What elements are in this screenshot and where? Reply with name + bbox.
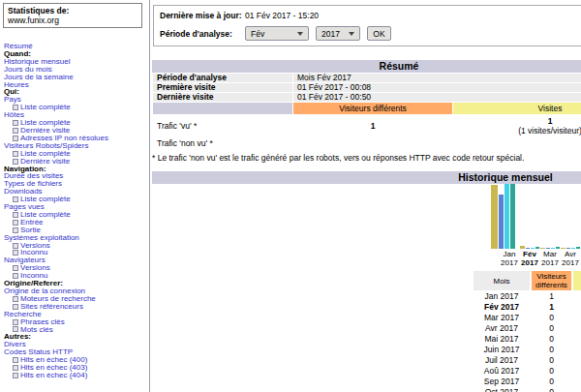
menu-item-label: Liste complète — [20, 104, 71, 111]
month-cell: Mai 2017 — [474, 334, 530, 344]
month-column-header: Mois — [474, 271, 530, 290]
bullet-square-icon — [13, 357, 18, 363]
bullet-square-icon — [13, 373, 18, 378]
monthly-table: Mois Visiteurs différents Visites Jan 20… — [472, 270, 581, 392]
visitors-cell: 0 — [532, 355, 571, 365]
menu-item[interactable]: Liste complète — [4, 104, 149, 111]
bullet-square-icon — [13, 319, 18, 325]
table-row: Jan 201711 — [474, 291, 581, 301]
visits-cell: 0 — [573, 387, 581, 392]
topbar: Dernière mise à jour: 01 Fév 2017 - 15:2… — [153, 5, 581, 46]
traffic-seen-row: Trafic 'vu' * 1 1 (1 visites/visiteur) — [153, 115, 581, 136]
visits-cell: 0 — [573, 334, 581, 344]
monthly-history-title: Historique mensuel — [152, 171, 581, 184]
table-row: Mai 201700 — [474, 334, 581, 344]
bar — [571, 248, 575, 249]
menu-item-label: Hits en échec (404) — [20, 372, 87, 379]
table-row: Fév 201711 — [474, 302, 581, 312]
bar — [499, 195, 504, 249]
visitors-cell: 0 — [532, 313, 571, 322]
visits-cell: 0 — [573, 366, 581, 376]
visitors-cell: 0 — [532, 387, 571, 392]
visits-cell: 0 — [573, 323, 581, 333]
bullet-square-icon — [13, 304, 18, 310]
last-visit-value: 01 Fév 2017 - 00:50 — [293, 93, 581, 102]
month-cell: Avr 2017 — [474, 323, 530, 333]
summary-header-row: Visiteurs différents Visites — [153, 103, 581, 114]
menu-item[interactable]: Heures — [4, 81, 149, 89]
main-content: Dernière mise à jour: 01 Fév 2017 - 15:2… — [152, 0, 581, 392]
chevron-down-icon — [349, 32, 354, 36]
bullet-square-icon — [13, 296, 18, 302]
visitors-cell: 1 — [532, 291, 571, 301]
site-box: Statistiques de: www.funix.org — [3, 3, 142, 28]
table-row: Juil 201700 — [474, 355, 581, 365]
monthly-history-section: Historique mensuel Jan2017Fév2017Mar2017… — [152, 171, 581, 184]
monthly-header-row: Mois Visiteurs différents Visites — [474, 271, 581, 290]
sidebar-title: Statistiques de: — [8, 6, 138, 15]
year-select[interactable]: 2017 — [316, 26, 360, 41]
first-visit-label: Première visite — [153, 83, 292, 92]
bullet-square-icon — [13, 243, 18, 249]
period-label: Période d'analyse: — [160, 28, 245, 40]
bullet-square-icon — [13, 227, 18, 233]
bullet-square-icon — [13, 120, 18, 126]
last-visit-label: Dernière visite — [153, 93, 292, 102]
chevron-down-icon — [297, 32, 303, 36]
bar-group — [561, 247, 580, 249]
bar — [540, 248, 545, 249]
month-cell: Sep 2017 — [474, 377, 530, 386]
month-cell: Jan 2017 — [474, 291, 530, 301]
summary-table: Période d'analyse Mois Fév 2017 Première… — [152, 73, 581, 150]
bar — [566, 248, 570, 249]
bullet-square-icon — [13, 136, 18, 141]
visits-column-header: Visites — [573, 271, 581, 290]
traffic-seen-label: Trafic 'vu' * — [153, 115, 292, 136]
bar — [535, 247, 539, 249]
bullet-square-icon — [13, 128, 18, 134]
traffic-unseen-visits — [453, 137, 581, 149]
table-row: Oct 201700 — [474, 387, 581, 392]
empty-header-cell — [153, 103, 292, 114]
visitors-cell: 0 — [532, 345, 571, 354]
traffic-unseen-row: Trafic 'non vu' * — [153, 137, 581, 149]
month-cell: Aoû 2017 — [474, 366, 530, 376]
month-cell: Mar 2017 — [474, 313, 530, 322]
visits-cell: 0 — [573, 313, 581, 322]
traffic-seen-visits: 1 (1 visites/visiteur) — [453, 115, 581, 136]
visitors-cell: 0 — [532, 366, 571, 376]
visitors-cell: 1 — [532, 302, 571, 312]
month-select[interactable]: Fév — [245, 26, 309, 41]
bar — [551, 248, 555, 249]
bar — [556, 247, 560, 249]
ok-button[interactable]: OK — [367, 26, 391, 41]
bar — [491, 185, 498, 249]
table-row: Juin 201700 — [474, 345, 581, 354]
menu-item[interactable]: Hits en échec (404) — [4, 372, 149, 379]
site-name: www.funix.org — [8, 15, 138, 25]
traffic-seen-visitors: 1 — [293, 115, 452, 136]
bar-group — [520, 246, 539, 249]
summary-title: Résumé — [152, 60, 581, 73]
bar — [576, 247, 580, 249]
month-cell: Fév 2017 — [474, 302, 530, 312]
bullet-square-icon — [13, 365, 18, 371]
bullet-square-icon — [13, 159, 18, 165]
visits-cell: 0 — [573, 355, 581, 365]
visits-cell: 1 — [573, 302, 581, 312]
period-row: Période d'analyse: Fév 2017 OK — [160, 26, 581, 41]
visits-header: Visites — [453, 103, 581, 114]
menu-item-label: Pays — [4, 96, 21, 104]
visitors-cell: 0 — [532, 323, 571, 333]
period-analyse-label: Période d'analyse — [153, 74, 292, 82]
summary-footnote: * Le trafic 'non vu' est le trafic génér… — [152, 153, 581, 163]
table-row: Aoû 201700 — [474, 366, 581, 376]
table-row: Première visite 01 Fév 2017 - 00:08 — [153, 83, 581, 92]
month-axis-label: Mai2017 — [576, 250, 581, 267]
bullet-square-icon — [13, 212, 18, 218]
last-update-row: Dernière mise à jour: 01 Fév 2017 - 15:2… — [160, 10, 581, 21]
traffic-unseen-label: Trafic 'non vu' * — [153, 137, 292, 149]
month-cell: Juin 2017 — [474, 345, 530, 354]
bar — [505, 184, 509, 249]
month-cell: Oct 2017 — [474, 387, 530, 392]
